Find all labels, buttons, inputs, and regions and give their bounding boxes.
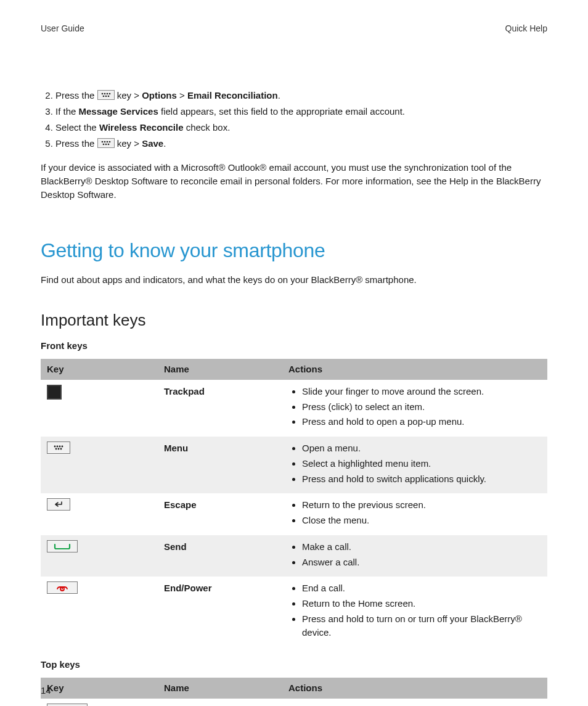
page-header: User Guide Quick Help <box>41 22 547 35</box>
table-row: Escape Return to the previous screen. Cl… <box>41 493 547 535</box>
step-4: Select the Wireless Reconcile check box. <box>55 121 547 134</box>
action-item: Press and hold to open a pop-up menu. <box>302 415 541 429</box>
svg-point-8 <box>104 141 105 142</box>
key-name: Trackpad <box>158 380 282 437</box>
svg-point-3 <box>108 93 110 95</box>
svg-point-6 <box>107 96 109 97</box>
svg-point-0 <box>101 93 103 95</box>
table-row: Menu Open a menu. Select a highlighted m… <box>41 437 547 493</box>
action-item: Close the menu. <box>302 514 541 527</box>
col-name: Name <box>158 678 282 699</box>
action-item: Make a call. <box>302 540 541 554</box>
actions-list: Open a menu. Select a highlighted menu i… <box>288 441 541 485</box>
action-item: Press and hold to switch applications qu… <box>302 472 541 486</box>
header-left: User Guide <box>41 22 84 35</box>
svg-point-10 <box>108 141 110 142</box>
svg-point-13 <box>107 143 109 145</box>
svg-point-5 <box>105 96 107 97</box>
end-power-key-icon <box>47 581 78 594</box>
action-item: End a call. <box>302 581 541 595</box>
bb-menu-key-icon <box>97 138 115 148</box>
svg-point-16 <box>59 446 61 448</box>
table-row: Send Make a call. Answer a call. <box>41 535 547 577</box>
action-item: Answer a call. <box>302 556 541 569</box>
top-keys-table: Key Name Actions Play/Pause/Mute Play or… <box>41 678 547 706</box>
col-actions: Actions <box>282 678 547 699</box>
actions-list: Slide your finger to move around the scr… <box>288 385 541 429</box>
table-row: End/Power End a call. Return to the Home… <box>41 577 547 647</box>
key-name: Menu <box>158 437 282 493</box>
trackpad-icon <box>47 385 62 400</box>
table-header-row: Key Name Actions <box>41 678 547 699</box>
svg-point-20 <box>60 448 62 450</box>
page-number: 14 <box>41 684 51 697</box>
svg-point-11 <box>102 143 104 145</box>
col-actions: Actions <box>282 359 547 380</box>
section-intro: Find out about apps and indicators, and … <box>41 273 547 287</box>
send-key-icon <box>47 540 78 552</box>
action-item: Play or pause a media file. <box>302 704 541 706</box>
key-name: Escape <box>158 493 282 535</box>
action-item: Slide your finger to move around the scr… <box>302 385 541 398</box>
menu-key-icon <box>47 441 70 454</box>
top-keys-caption: Top keys <box>41 658 547 671</box>
svg-point-12 <box>105 143 107 145</box>
actions-list: Play or pause a media file. <box>288 704 541 706</box>
action-item: Return to the previous screen. <box>302 498 541 512</box>
key-name: Play/Pause/Mute <box>158 699 282 706</box>
subsection-heading: Important keys <box>41 309 547 332</box>
svg-point-15 <box>57 446 59 448</box>
actions-list: Make a call. Answer a call. <box>288 540 541 569</box>
step-3: If the Message Services field appears, s… <box>55 105 547 118</box>
action-item: Return to the Home screen. <box>302 597 541 610</box>
front-keys-table: Key Name Actions Trackpad Slide your fin… <box>41 359 547 647</box>
svg-point-1 <box>104 93 105 95</box>
step-2: Press the key > Options > Email Reconcil… <box>55 89 547 102</box>
svg-point-4 <box>102 96 104 97</box>
outlook-note: If your device is associated with a Micr… <box>41 161 547 201</box>
col-key: Key <box>41 678 158 699</box>
svg-point-17 <box>62 446 63 448</box>
front-keys-caption: Front keys <box>41 339 547 353</box>
escape-key-icon <box>47 498 70 511</box>
key-name: End/Power <box>158 577 282 647</box>
col-name: Name <box>158 359 282 380</box>
table-header-row: Key Name Actions <box>41 359 547 380</box>
action-item: Press (click) to select an item. <box>302 400 541 414</box>
action-item: Select a highlighted menu item. <box>302 457 541 470</box>
play-pause-mute-icon <box>47 704 88 706</box>
bb-menu-key-icon <box>97 90 115 100</box>
svg-point-19 <box>58 448 60 450</box>
svg-point-2 <box>106 93 108 95</box>
steps-list: Press the key > Options > Email Reconcil… <box>41 89 547 150</box>
key-name: Send <box>158 535 282 577</box>
col-key: Key <box>41 359 158 380</box>
table-row: Trackpad Slide your finger to move aroun… <box>41 380 547 437</box>
svg-point-18 <box>55 448 57 450</box>
section-heading: Getting to know your smartphone <box>41 236 547 265</box>
svg-point-9 <box>106 141 108 142</box>
table-row: Play/Pause/Mute Play or pause a media fi… <box>41 699 547 706</box>
actions-list: End a call. Return to the Home screen. P… <box>288 581 541 639</box>
action-item: Press and hold to turn on or turn off yo… <box>302 612 541 639</box>
svg-point-14 <box>54 446 56 448</box>
action-item: Open a menu. <box>302 441 541 455</box>
step-5: Press the key > Save. <box>55 137 547 150</box>
svg-point-7 <box>101 141 103 142</box>
header-right: Quick Help <box>505 22 547 35</box>
actions-list: Return to the previous screen. Close the… <box>288 498 541 527</box>
